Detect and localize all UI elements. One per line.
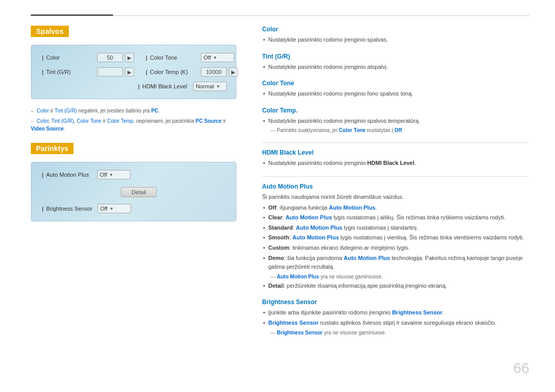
auto-motion-bullet-0: Off: išjungiama funkcija Auto Motion Plu…	[262, 203, 529, 213]
color-label: Color	[41, 54, 92, 61]
right-color-temp-text: Nustatykite pasirinkto rodomo įrenginio …	[262, 117, 529, 126]
color-row: Color 50 ▶ Color Tone Off ▼	[41, 53, 227, 62]
hdmi-row: HDMI Black Level Normal ▼	[41, 82, 227, 91]
right-tint-text: Nustatykite pasirinkto rodomo įrenginio …	[262, 63, 529, 72]
right-tint-title: Tint (G/R)	[262, 53, 529, 60]
brightness-subnote: Brightness Sensor yra ne visuose gaminiu…	[262, 329, 529, 337]
spalvos-settings-box: Color 50 ▶ Color Tone Off ▼ Tint (G/R)	[31, 45, 236, 99]
color-tone-arrow-icon: ▼	[213, 55, 217, 60]
right-tint-section: Tint (G/R) Nustatykite pasirinkto rodomo…	[262, 53, 529, 72]
right-color-text: Nustatykite pasirinkto rodomo įrenginio …	[262, 35, 529, 45]
right-color-tone-section: Color Tone Nustatykite pasirinkto rodomo…	[262, 80, 529, 99]
auto-motion-bullet-3: Smooth: Auto Motion Plus lygis nustatoma…	[262, 233, 529, 242]
color-tone-dropdown[interactable]: Off ▼	[201, 53, 234, 62]
right-color-temp-section: Color Temp. Nustatykite pasirinkto rodom…	[262, 107, 529, 135]
right-color-title: Color	[262, 26, 529, 33]
right-divider-2	[262, 176, 529, 177]
auto-motion-subnote: Auto Motion Plus yra ne visuose gaminiuo…	[262, 273, 529, 281]
tint-input-group[interactable]: ▶	[97, 67, 134, 77]
color-temp-arrow[interactable]: ▶	[229, 67, 238, 77]
auto-motion-row: Auto Motion Plus Off ▼	[41, 170, 227, 179]
parinktys-settings-box: Auto Motion Plus Off ▼ Detail Brightness…	[31, 162, 236, 221]
right-color-tone-text: Nustatykite pasirinkto rodomo įrenginio …	[262, 89, 529, 99]
color-tone-label: Color Tone	[144, 54, 196, 61]
brightness-arrow-icon: ▼	[109, 207, 114, 211]
auto-motion-bullet-2: Standard: Auto Motion Plus lygis nustato…	[262, 223, 529, 233]
color-temp-value: 10000	[201, 67, 227, 77]
right-auto-motion-intro: Ši parinktis naudojama norint žiūrėti di…	[262, 193, 529, 202]
color-input-group[interactable]: 50 ▶	[97, 53, 134, 62]
detail-button[interactable]: Detail	[121, 187, 157, 197]
auto-motion-bullet-5: Demo: šia funkcija parodoma Auto Motion …	[262, 254, 529, 272]
right-auto-motion-title: Auto Motion Plus	[262, 183, 529, 190]
right-hdmi-text: Nustatykite pasirinkto rodomo įrenginio …	[262, 159, 529, 168]
spalvos-section: Spalvos Color 50 ▶ Color Tone Off ▼	[31, 26, 236, 133]
right-panel: Color Nustatykite pasirinkto rodomo įren…	[252, 21, 529, 371]
right-auto-motion-section: Auto Motion Plus Ši parinktis naudojama …	[262, 183, 529, 290]
brightness-row: Brightness Sensor Off ▼	[41, 204, 227, 213]
note-1: – Color ir Tint (G/R) negalimi, jei įves…	[31, 107, 236, 115]
top-line-accent	[31, 14, 113, 16]
brightness-bullet-0: Įjunkite arba išjunkite pasirinkto rodom…	[262, 308, 529, 318]
right-hdmi-section: HDMI Black Level Nustatykite pasirinkto …	[262, 149, 529, 168]
auto-motion-detail-note: Detail: peržiūrėkite išsamią informaciją…	[262, 282, 529, 291]
hdmi-label: HDMI Black Level	[137, 83, 188, 89]
spalvos-title: Spalvos	[31, 26, 69, 37]
right-brightness-section: Brightness Sensor Įjunkite arba išjunkit…	[262, 298, 529, 336]
page-container: Spalvos Color 50 ▶ Color Tone Off ▼	[0, 0, 555, 392]
brightness-dropdown[interactable]: Off ▼	[98, 204, 131, 213]
right-brightness-title: Brightness Sensor	[262, 298, 529, 306]
right-color-tone-title: Color Tone	[262, 80, 529, 87]
tint-label: Tint (G/R)	[41, 69, 92, 75]
detail-btn-row: Detail	[41, 184, 227, 200]
auto-motion-value: Off	[100, 172, 107, 178]
brightness-value: Off	[100, 206, 107, 212]
right-color-temp-subnote: Parinktis suaktyvinama, jei Color Tone n…	[262, 126, 529, 134]
right-hdmi-title: HDMI Black Level	[262, 149, 529, 156]
note-2: – Color, Tint (G/R), Color Tone ir Color…	[31, 117, 236, 133]
tint-arrow[interactable]: ▶	[125, 67, 134, 77]
auto-motion-bullet-1: Clear: Auto Motion Plus lygis nustatomas…	[262, 213, 529, 222]
brightness-label: Brightness Sensor	[41, 206, 92, 212]
right-divider	[262, 142, 529, 143]
left-panel: Spalvos Color 50 ▶ Color Tone Off ▼	[31, 21, 236, 371]
auto-motion-dropdown[interactable]: Off ▼	[97, 170, 131, 179]
parinktys-section: Parinktys Auto Motion Plus Off ▼ Detail …	[31, 143, 236, 221]
hdmi-dropdown[interactable]: Normal ▼	[193, 82, 227, 91]
parinktys-title: Parinktys	[31, 143, 73, 154]
right-color-section: Color Nustatykite pasirinkto rodomo įren…	[262, 26, 529, 45]
right-color-temp-title: Color Temp.	[262, 107, 529, 114]
auto-motion-bullet-4: Custom: tinkinamas ekrano išdegimo ar mi…	[262, 244, 529, 253]
hdmi-value: Normal	[196, 83, 214, 89]
auto-motion-arrow-icon: ▼	[109, 173, 113, 177]
color-arrow[interactable]: ▶	[125, 53, 134, 62]
tint-row: Tint (G/R) ▶ Color Temp (K) 10000 ▶	[41, 67, 227, 77]
color-temp-label: Color Temp (K)	[144, 69, 196, 75]
hdmi-arrow-icon: ▼	[216, 84, 220, 89]
color-tone-value: Off	[203, 54, 211, 61]
brightness-bullet-1: Brightness Sensor nustato aplinkos švies…	[262, 319, 529, 328]
auto-motion-label: Auto Motion Plus	[41, 172, 92, 178]
page-number: 66	[513, 360, 529, 377]
color-temp-group[interactable]: 10000 ▶	[201, 67, 238, 77]
color-value: 50	[97, 53, 123, 62]
